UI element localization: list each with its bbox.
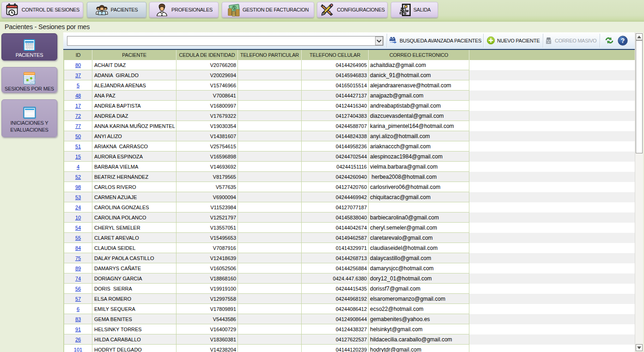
svg-text:?: ? <box>621 37 625 44</box>
